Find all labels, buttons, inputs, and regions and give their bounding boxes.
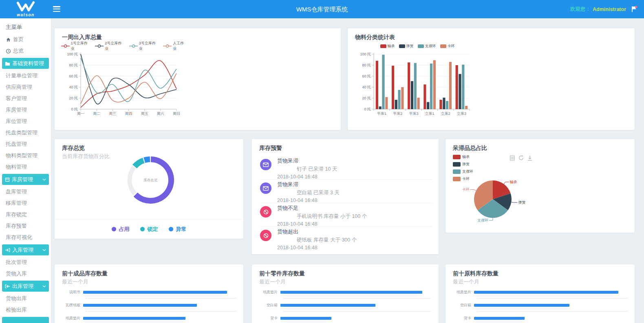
warehouse-icon: [5, 177, 10, 182]
card-stagnant-ratio: 呆滞品总占比 轴承弹簧支撑环卡环 轴承弹簧支撑环卡环: [445, 138, 635, 233]
refresh-icon[interactable]: [518, 155, 524, 161]
sidebar-item-客户管理[interactable]: 客户管理: [0, 93, 51, 104]
hbar-gridline: [86, 294, 236, 299]
sidebar-item-总览[interactable]: 总览: [0, 45, 51, 57]
sidebar-item-物料类型管理[interactable]: 物料类型管理: [0, 150, 51, 161]
svg-text:平库1: 平库1: [377, 112, 386, 116]
legend-item-轴承[interactable]: 轴承: [380, 44, 395, 49]
envelope-icon: [260, 182, 271, 194]
sidebar-group-基础资料管理[interactable]: 基础资料管理: [2, 58, 49, 69]
sidebar-item-货物入库[interactable]: 货物入库: [0, 268, 51, 279]
hbar-bar: [474, 317, 525, 320]
sidebar-item-label: 供应商管理: [6, 81, 32, 93]
alert-item[interactable]: 货物呆滞空白箱 已呆滞 3 天2018-10-04 16:48: [260, 180, 432, 203]
brand-logo[interactable]: watson: [0, 0, 51, 18]
svg-text:100 托: 100 托: [360, 52, 371, 56]
sidebar-item-供应商管理[interactable]: 供应商管理: [0, 81, 51, 93]
sidebar-item-检验出库[interactable]: 检验出库: [0, 304, 51, 316]
hbar-row: 贺卡: [258, 316, 433, 321]
hbar-label: 纸质垫片: [258, 290, 280, 295]
card-title: 库存预警: [259, 145, 282, 152]
inventory-donut-chart: 库存总览: [120, 150, 181, 213]
sidebar-group-label: 入库管理: [12, 246, 33, 254]
alert-timestamp: 2018-10-04 16:48: [277, 174, 432, 180]
sidebar-item-货物出库[interactable]: 货物出库: [0, 293, 51, 304]
sidebar-item-库位管理[interactable]: 库位管理: [0, 116, 51, 127]
legend-item-占用[interactable]: 占用: [112, 226, 130, 233]
sidebar-item-label: 货物出库: [6, 293, 27, 304]
svg-text:支撑环: 支撑环: [477, 218, 488, 222]
legend-item-轴承[interactable]: 轴承: [453, 154, 473, 160]
legend-item-支撑环[interactable]: 支撑环: [453, 169, 473, 174]
sidebar-group-label: 出库管理: [12, 283, 33, 290]
alert-item[interactable]: 货物不足手机说明书 库存量 小于 100 个2018-10-04 16:48: [260, 203, 432, 227]
alert-timestamp: 2018-10-04 16:48: [277, 245, 432, 250]
sidebar-item-库房管理[interactable]: 库房管理: [0, 104, 51, 116]
hbar-gridline: [477, 308, 627, 312]
data-view-icon[interactable]: [510, 155, 515, 161]
sidebar-group-出库管理[interactable]: 出库管理: [2, 281, 49, 292]
svg-text:轴承: 轴承: [510, 180, 517, 184]
sidebar-item-首页[interactable]: 首页: [0, 34, 51, 45]
svg-text:周三: 周三: [109, 112, 116, 116]
sidebar-item-库存预警[interactable]: 库存预警: [0, 220, 51, 232]
sidebar-item-label: 库位管理: [6, 116, 27, 127]
hbar-gridline: [86, 308, 236, 312]
card-title: 物料分类统计表: [355, 34, 395, 41]
card-title: 呆滞品总占比: [453, 145, 487, 152]
username[interactable]: Administrator: [593, 7, 626, 12]
hbar-gridline: [86, 321, 236, 323]
sidebar-group-partial[interactable]: [2, 317, 49, 323]
legend-item-支撑环[interactable]: 支撑环: [418, 44, 436, 49]
hbar-gridline: [283, 308, 431, 312]
sidebar-item-托盘管理[interactable]: 托盘管理: [0, 138, 51, 150]
sidebar-item-物料管理[interactable]: 物料管理: [0, 161, 51, 173]
sidebar-item-label: 托盘管理: [6, 138, 27, 150]
alert-timestamp: 2018-10-04 16:48: [277, 221, 432, 227]
sidebar-group-库房管理[interactable]: 库房管理: [2, 174, 49, 185]
sidebar-item-label: 物料类型管理: [6, 150, 37, 161]
hbar-row: 说明书: [60, 290, 238, 294]
card-top-raw: 前十原料库存数量 最近一个月 纸质垫片空白箱贺卡说明书: [445, 264, 635, 323]
alert-item[interactable]: 货物超出硬纸板 库存量 大于 300 个2018-10-04 16:48: [260, 227, 432, 250]
sidebar-item-计量单位管理[interactable]: 计量单位管理: [0, 70, 51, 81]
svg-text:周四: 周四: [125, 112, 132, 116]
legend-item-弹簧[interactable]: 弹簧: [453, 162, 473, 167]
hamburger-menu-icon[interactable]: [52, 5, 61, 13]
sidebar-item-移库管理[interactable]: 移库管理: [0, 198, 51, 209]
welcome-text: 欢迎您： Administrator: [570, 0, 626, 18]
alert-title: 货物超出: [277, 228, 432, 235]
sidebar-item-批次管理[interactable]: 批次管理: [0, 257, 51, 268]
svg-text:立库3: 立库3: [457, 112, 466, 116]
card-title: 一周出入库总量: [62, 34, 102, 41]
svg-text:周六: 周六: [157, 112, 164, 116]
sidebar-item-托盘类型管理[interactable]: 托盘类型管理: [0, 127, 51, 138]
legend-item-卡环[interactable]: 卡环: [440, 44, 455, 49]
svg-text:库存总览: 库存总览: [143, 178, 158, 182]
hbar-bar: [474, 304, 569, 307]
svg-text:周五: 周五: [141, 112, 148, 116]
alert-list: 货物呆滞钉子 已呆滞 10 天2018-10-04 16:48货物呆滞空白箱 已…: [260, 156, 432, 250]
hbar-gridline: [283, 321, 431, 323]
svg-text:40 托: 40 托: [69, 85, 78, 89]
legend-item-锁定[interactable]: 锁定: [140, 226, 158, 233]
flag-notification-icon[interactable]: [631, 6, 637, 12]
sidebar-item-label: 客户管理: [6, 93, 27, 104]
legend-item-异常[interactable]: 异常: [169, 226, 187, 233]
brand-name: watson: [17, 13, 34, 17]
alert-title: 货物不足: [277, 204, 432, 212]
download-icon[interactable]: [527, 155, 532, 161]
svg-text:立库2: 立库2: [441, 112, 450, 116]
sidebar-item-库存可视化[interactable]: 库存可视化: [0, 232, 51, 243]
alert-item[interactable]: 货物呆滞钉子 已呆滞 10 天2018-10-04 16:48: [260, 156, 432, 180]
sidebar-item-盘库管理[interactable]: 盘库管理: [0, 186, 51, 198]
card-top-finished: 前十成品库存数量 最近一个月 说明书瓦楞纸板纸质垫片空白箱: [54, 264, 244, 323]
sidebar-group-入库管理[interactable]: 入库管理: [2, 244, 49, 255]
sidebar-item-库存锁定[interactable]: 库存锁定: [0, 209, 51, 220]
sidebar-item-label: 计量单位管理: [6, 70, 37, 81]
sidebar-item-label: 库存预警: [6, 220, 27, 232]
card-weekly-inout: 一周出入库总量 1号立库作业2号立库作业3号立库作业人工作业0 托20 托40 …: [54, 28, 341, 130]
legend-item-弹簧[interactable]: 弹簧: [399, 44, 414, 49]
sidebar-group-label: 库房管理: [12, 176, 33, 183]
alert-title: 货物呆滞: [277, 181, 432, 188]
